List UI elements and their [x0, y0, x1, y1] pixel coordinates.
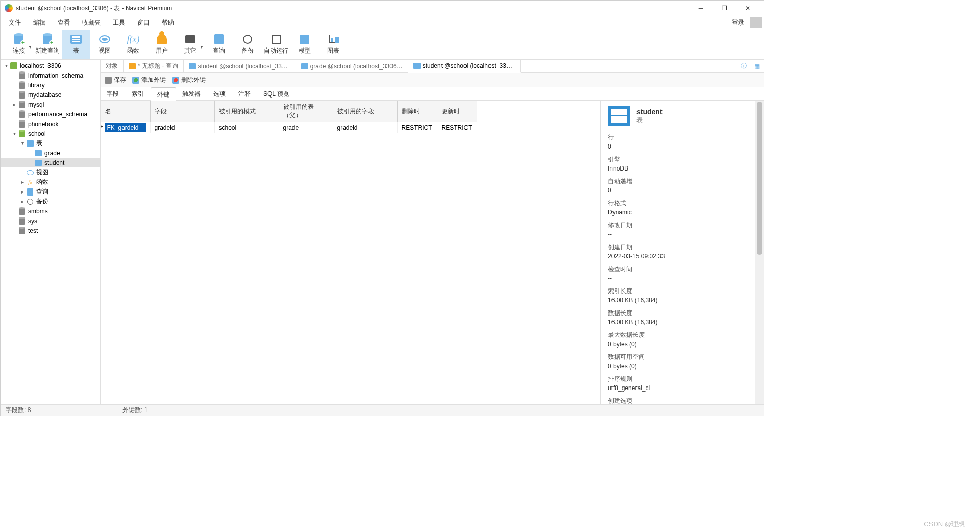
col-header[interactable]: 删除时: [397, 101, 437, 122]
prop-索引长度: 索引长度16.00 KB (16,384): [608, 287, 756, 304]
model-icon: [299, 33, 311, 45]
tree-item-grade[interactable]: grade: [1, 148, 100, 158]
fk-parent-cell[interactable]: grade: [279, 122, 333, 134]
fk-name-cell[interactable]: FK_gardeid: [105, 123, 146, 132]
tree-arrow-icon[interactable]: ▸: [19, 179, 26, 185]
menu-窗口[interactable]: 窗口: [131, 16, 156, 29]
fk-ondelete-cell[interactable]: RESTRICT: [397, 122, 437, 134]
toolbar-user[interactable]: 用户: [148, 30, 176, 59]
chart-icon: [327, 33, 339, 45]
tree-qry-icon: [26, 188, 34, 196]
tree-item-student[interactable]: student: [1, 158, 100, 167]
foreign-key-grid[interactable]: 名字段被引用的模式被引用的表（父）被引用的字段删除时更新时▸FK_gardeid…: [101, 101, 600, 404]
fk-reffield-cell[interactable]: gradeid: [333, 122, 397, 134]
tree-item-mydatabase[interactable]: mydatabase: [1, 90, 100, 100]
tree-item-查询[interactable]: ▸查询: [1, 187, 100, 197]
col-header[interactable]: 名: [101, 101, 151, 122]
fk-onupdate-cell[interactable]: RESTRICT: [437, 122, 477, 134]
subtab-注释[interactable]: 注释: [232, 87, 257, 100]
table-icon: [70, 33, 82, 45]
tree-arrow-icon[interactable]: ▸: [11, 102, 18, 107]
object-type: 表: [636, 116, 663, 125]
toolbar-connect[interactable]: +连接▼: [5, 30, 33, 59]
tree-item-library[interactable]: library: [1, 80, 100, 90]
menu-查看[interactable]: 查看: [52, 16, 76, 29]
menu-工具[interactable]: 工具: [107, 16, 131, 29]
grid-icon[interactable]: ▦: [750, 60, 764, 72]
tree-arrow-icon[interactable]: ▸: [19, 189, 26, 195]
toolbar-other[interactable]: 其它▼: [176, 30, 205, 59]
tree-item-localhost_3306[interactable]: ▾localhost_3306: [1, 61, 100, 70]
tree-item-mysql[interactable]: ▸mysql: [1, 100, 100, 109]
tree-item-phonebook[interactable]: phonebook: [1, 119, 100, 129]
tree-item-表[interactable]: ▾表: [1, 138, 100, 148]
tree-tbl-icon: [34, 159, 42, 167]
close-button[interactable]: ✕: [736, 1, 760, 16]
menu-文件[interactable]: 文件: [3, 16, 27, 29]
toolbar-view[interactable]: 视图: [90, 30, 119, 59]
properties-scrollbar[interactable]: [755, 101, 764, 404]
subtab-SQL 预览[interactable]: SQL 预览: [257, 87, 296, 100]
col-header[interactable]: 字段: [150, 101, 214, 122]
tree-item-smbms[interactable]: smbms: [1, 206, 100, 216]
toolbar-query[interactable]: 查询: [205, 30, 233, 59]
info-icon[interactable]: ⓘ: [737, 60, 750, 72]
tree-arrow-icon[interactable]: ▾: [11, 131, 18, 136]
tree-arrow-icon[interactable]: ▾: [19, 140, 26, 146]
col-header[interactable]: 更新时: [437, 101, 477, 122]
tree-item-备份[interactable]: ▸备份: [1, 197, 100, 206]
prop-行: 行0: [608, 133, 756, 150]
autorun-icon: [270, 33, 282, 45]
login-button[interactable]: 登录: [728, 16, 748, 29]
maximize-button[interactable]: ❐: [713, 1, 736, 16]
connect-icon: +: [13, 33, 25, 45]
prop-排序规则: 排序规则utf8_general_ci: [608, 375, 756, 392]
tree-dbs-icon: [18, 110, 26, 118]
toolbar-newquery[interactable]: +新建查询: [33, 30, 62, 59]
connection-tree[interactable]: ▾localhost_3306information_schemalibrary…: [1, 60, 101, 404]
add-fk-button[interactable]: 添加外键: [132, 76, 166, 84]
tree-item-函数[interactable]: ▸fx函数: [1, 177, 100, 187]
tab[interactable]: grade @school (localhost_3306) -...: [296, 60, 408, 72]
tree-dbg-icon: [18, 130, 26, 138]
tab[interactable]: student @school (localhost_3306)...: [408, 60, 521, 73]
tab[interactable]: * 无标题 - 查询: [124, 60, 184, 72]
fk-field-cell[interactable]: gradeid: [150, 122, 214, 134]
col-header[interactable]: 被引用的表（父）: [279, 101, 333, 122]
toolbar-table[interactable]: 表: [62, 30, 90, 59]
tree-arrow-icon[interactable]: ▸: [19, 199, 26, 204]
subtab-索引[interactable]: 索引: [126, 87, 151, 100]
tree-item-sys[interactable]: sys: [1, 216, 100, 226]
menu-帮助[interactable]: 帮助: [156, 16, 180, 29]
col-header[interactable]: 被引用的字段: [333, 101, 397, 122]
prop-创建日期: 创建日期2022-03-15 09:02:33: [608, 243, 756, 260]
menu-收藏夹[interactable]: 收藏夹: [76, 16, 107, 29]
avatar-icon[interactable]: [750, 17, 762, 28]
delete-fk-button[interactable]: 删除外键: [172, 76, 206, 84]
tree-item-test[interactable]: test: [1, 226, 100, 235]
fk-row[interactable]: ▸FK_gardeidgradeidschoolgradegradeidREST…: [101, 122, 477, 134]
tab[interactable]: 对象: [101, 60, 124, 72]
menu-编辑[interactable]: 编辑: [27, 16, 52, 29]
toolbar-chart[interactable]: 图表: [319, 30, 348, 59]
tab[interactable]: student @school (localhost_3306)...: [184, 60, 296, 72]
subtab-外键[interactable]: 外键: [151, 87, 176, 101]
toolbar-autorun[interactable]: 自动运行: [262, 30, 290, 59]
tree-item-performance_schema[interactable]: performance_schema: [1, 109, 100, 119]
subtab-字段[interactable]: 字段: [101, 87, 126, 100]
save-button[interactable]: 保存: [105, 76, 126, 84]
subtab-选项[interactable]: 选项: [207, 87, 232, 100]
toolbar-function[interactable]: f(x)函数: [119, 30, 148, 59]
toolbar-backup[interactable]: 备份: [233, 30, 262, 59]
tree-arrow-icon[interactable]: ▾: [3, 63, 10, 68]
status-field-count: 字段数: 8: [6, 406, 31, 415]
fk-schema-cell[interactable]: school: [214, 122, 279, 134]
col-header[interactable]: 被引用的模式: [214, 101, 279, 122]
subtab-触发器[interactable]: 触发器: [176, 87, 207, 100]
minimize-button[interactable]: ─: [689, 1, 713, 16]
tree-item-school[interactable]: ▾school: [1, 129, 100, 138]
toolbar-model[interactable]: 模型: [290, 30, 319, 59]
tree-item-视图[interactable]: 视图: [1, 167, 100, 177]
tree-tbl-icon: [34, 149, 42, 157]
tree-item-information_schema[interactable]: information_schema: [1, 70, 100, 80]
